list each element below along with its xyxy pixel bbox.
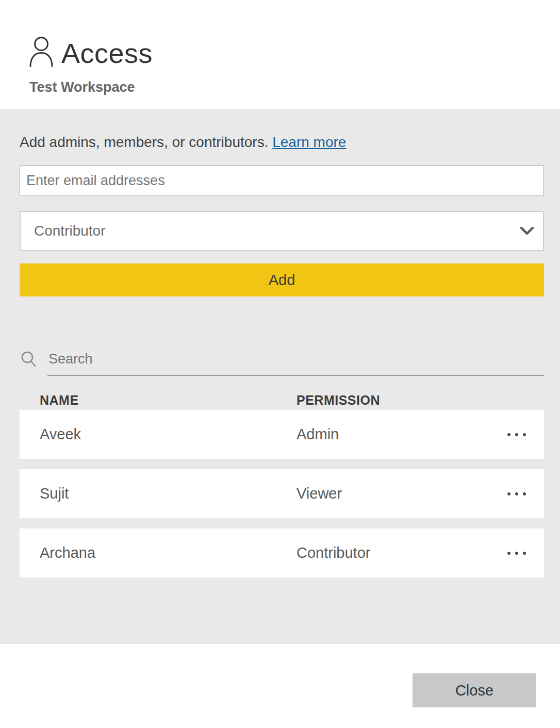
permission-role-select[interactable]: Contributor	[20, 211, 544, 251]
member-permission: Viewer	[297, 485, 495, 502]
person-icon	[29, 36, 53, 70]
column-header-permission: PERMISSION	[297, 393, 495, 408]
add-members-intro: Add admins, members, or contributors. Le…	[20, 132, 544, 153]
page-title: Access	[61, 39, 153, 67]
intro-text: Add admins, members, or contributors.	[20, 134, 268, 150]
search-bar	[20, 350, 544, 376]
more-options-icon	[507, 433, 510, 436]
column-header-name: NAME	[40, 393, 297, 408]
add-button[interactable]: Add	[20, 263, 544, 296]
more-options-icon	[507, 492, 510, 495]
more-options-button[interactable]	[495, 487, 526, 501]
table-row: Sujit Viewer	[20, 469, 544, 518]
dialog-footer: Close	[0, 644, 560, 728]
table-row: Aveek Admin	[20, 410, 544, 459]
search-icon	[20, 350, 47, 370]
dialog-header: Access Test Workspace	[0, 0, 560, 109]
table-header-row: NAME PERMISSION	[20, 376, 544, 410]
more-options-button[interactable]	[495, 547, 526, 560]
member-permission: Contributor	[297, 544, 495, 561]
access-panel: Add admins, members, or contributors. Le…	[0, 109, 560, 644]
more-options-button[interactable]	[495, 428, 526, 441]
learn-more-link[interactable]: Learn more	[272, 134, 346, 150]
member-name: Aveek	[40, 426, 297, 443]
workspace-name: Test Workspace	[29, 79, 560, 95]
member-name: Archana	[40, 544, 297, 561]
table-row: Archana Contributor	[20, 528, 544, 577]
close-button[interactable]: Close	[413, 673, 536, 707]
more-options-icon	[507, 552, 510, 555]
member-permission: Admin	[297, 426, 495, 443]
email-addresses-input[interactable]	[20, 166, 544, 195]
role-select-value: Contributor	[34, 223, 106, 239]
search-input[interactable]	[47, 350, 544, 376]
member-name: Sujit	[40, 485, 297, 502]
